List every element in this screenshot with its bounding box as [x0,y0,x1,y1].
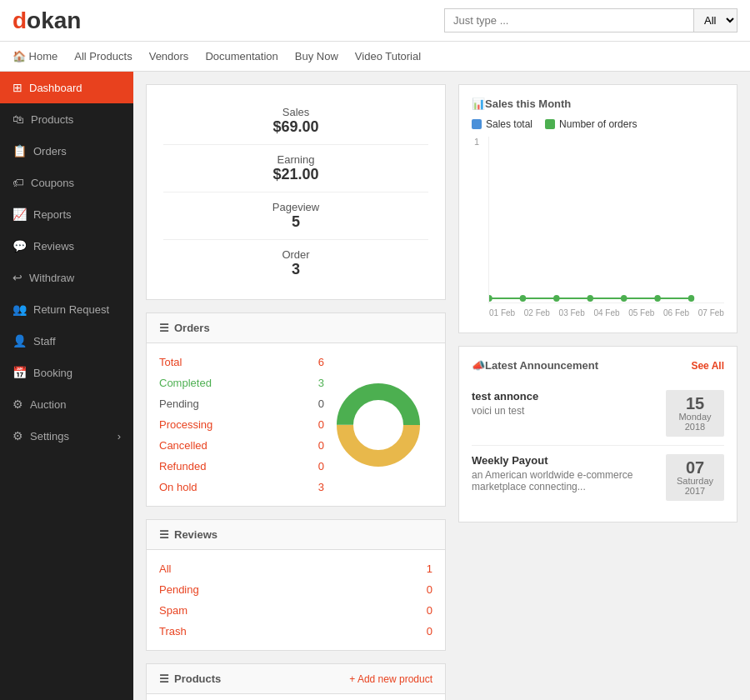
withdraw-icon: ↩ [12,271,22,284]
x-axis: 01 Feb 02 Feb 03 Feb 04 Feb 05 Feb 06 Fe… [489,308,724,318]
ann-text-1: test annonce voici un test [472,390,538,437]
reviews-pending-label[interactable]: Pending [159,583,199,596]
coupons-icon: 🏷 [12,176,24,189]
reviews-row-spam: Spam 0 [159,600,432,621]
orders-icon: 📋 [12,144,27,158]
svg-point-4 [520,295,527,302]
products-section: ☰ Products + Add new product Total 4 Liv… [146,663,446,700]
announcement-item-2: Weekly Payout an American worldwide e-co… [472,446,724,509]
svg-point-5 [553,295,560,302]
nav-buy-now[interactable]: Buy Now [295,50,338,62]
sidebar-label-settings: Settings [30,430,69,442]
sidebar-label-reviews: Reviews [33,240,74,252]
orders-row-cancelled: Cancelled 0 [159,435,324,456]
reviews-trash-label[interactable]: Trash [159,625,187,638]
sidebar-item-dashboard[interactable]: ⊞ Dashboard [0,72,133,103]
nav-video-tutorial[interactable]: Video Tutorial [355,50,421,62]
ann-heading-1: test annonce [472,390,538,402]
legend-sales: Sales total [472,118,532,130]
nav-vendors[interactable]: Vendors [149,50,189,62]
search-input[interactable] [444,8,694,32]
add-product-link[interactable]: + Add new product [349,673,432,685]
settings-arrow-icon: › [118,430,121,442]
products-section-icon: ☰ [159,672,169,685]
products-section-body: Total 4 Live 4 Offline 0 Pending Review … [147,694,445,700]
sales-value: $69.00 [163,118,428,136]
sidebar-label-orders: Orders [33,145,67,158]
dashboard-icon: ⊞ [12,81,22,94]
return-icon: 👥 [12,302,27,316]
orders-row-completed: Completed 3 [159,372,324,393]
orders-cancelled-label[interactable]: Cancelled [159,439,208,452]
reviews-row-all: All 1 [159,558,432,579]
svg-point-2 [355,402,402,448]
orders-list: Total 6 Completed 3 Pending 0 Processi [159,352,324,498]
stat-earning: Earning $21.00 [163,145,428,192]
sidebar-item-withdraw[interactable]: ↩ Withdraw [0,262,133,293]
ann-year-1: 2018 [674,422,716,432]
ann-weekday-2: Saturday [674,476,716,486]
sidebar-item-staff[interactable]: 👤 Staff [0,325,133,357]
orders-completed-label[interactable]: Completed [159,377,212,389]
orders-refunded-label[interactable]: Refunded [159,460,206,472]
x-label-3: 03 Feb [559,308,585,318]
sales-chart-card: 📊 Sales this Month Sales total Number of… [458,84,738,333]
staff-icon: 👤 [12,334,27,348]
sidebar-item-reviews[interactable]: 💬 Reviews [0,230,133,262]
orders-pending-label: Pending [159,398,199,410]
reviews-all-label[interactable]: All [159,562,171,575]
header: dokan All [0,0,750,42]
sidebar-item-booking[interactable]: 📅 Booking [0,357,133,388]
sidebar-item-products[interactable]: 🛍 Products [0,103,133,135]
earning-label: Earning [163,153,428,166]
ann-day-1: 15 [674,395,716,412]
orders-row-onhold: On hold 3 [159,477,324,498]
donut-chart [332,379,424,471]
reviews-spam-label[interactable]: Spam [159,604,188,617]
sidebar-item-settings[interactable]: ⚙ Settings › [0,420,133,452]
reviews-section-body: All 1 Pending 0 Spam 0 Trash 0 [147,550,445,650]
sidebar-label-coupons: Coupons [31,177,74,189]
pageview-label: Pageview [163,201,428,213]
ann-text-2: Weekly Payout an American worldwide e-co… [472,454,666,501]
announcement-title: 📣 Latest Announcement See All [472,359,724,372]
search-type-select[interactable]: All [694,8,738,32]
reviews-icon: 💬 [12,239,27,252]
left-column: Sales $69.00 Earning $21.00 Pageview 5 O… [146,84,446,700]
ann-date-2: 07 Saturday 2017 [666,454,724,501]
reviews-section-header: ☰ Reviews [147,520,445,550]
orders-onhold-label[interactable]: On hold [159,481,198,493]
nav-home[interactable]: 🏠 Home [12,50,58,62]
legend-sales-dot [472,119,482,129]
sidebar-nav: ⊞ Dashboard 🛍 Products 📋 Orders 🏷 Coupon… [0,72,133,700]
chart-icon: 📊 [472,98,485,110]
sidebar-item-auction[interactable]: ⚙ Auction [0,388,133,420]
orders-processing-label[interactable]: Processing [159,418,212,431]
legend-orders-label: Number of orders [559,118,637,130]
svg-point-3 [489,295,492,302]
nav-all-products[interactable]: All Products [74,50,132,62]
chart-legend: Sales total Number of orders [472,118,724,130]
orders-total-label[interactable]: Total [159,356,182,368]
nav-documentation[interactable]: Documentation [205,50,278,62]
sidebar-item-orders[interactable]: 📋 Orders [0,135,133,167]
svg-point-8 [654,295,661,302]
logo: dokan [12,8,81,34]
sidebar-item-coupons[interactable]: 🏷 Coupons [0,167,133,198]
stats-card: Sales $69.00 Earning $21.00 Pageview 5 O… [146,84,446,300]
svg-point-7 [621,295,628,302]
stat-sales: Sales $69.00 [163,98,428,145]
sidebar-item-reports[interactable]: 📈 Reports [0,198,133,230]
ann-heading-2: Weekly Payout [472,454,666,467]
sidebar-label-booking: Booking [33,367,72,379]
reviews-pending-value: 0 [427,583,432,596]
orders-pending-value: 0 [318,398,324,410]
ann-year-2: 2017 [674,486,716,496]
reviews-row-trash: Trash 0 [159,621,432,642]
see-all-link[interactable]: See All [691,360,724,372]
svg-point-6 [588,295,594,302]
sidebar-item-return-request[interactable]: 👥 Return Request [0,293,133,325]
chart-area: 1 0 [488,137,724,303]
announcement-icon: 📣 [472,359,485,372]
x-label-5: 05 Feb [628,308,654,318]
